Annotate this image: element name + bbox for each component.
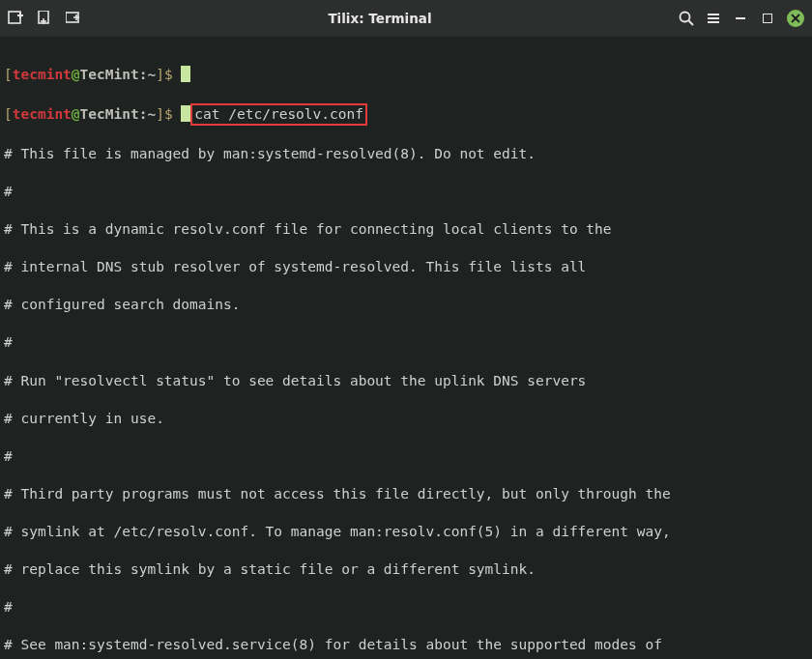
titlebar-right-icons	[679, 10, 804, 27]
search-icon[interactable]	[679, 11, 694, 26]
output-line: # internal DNS stub resolver of systemd-…	[4, 258, 808, 277]
output-line: #	[4, 447, 808, 467]
close-button[interactable]	[787, 10, 804, 27]
output-line: #	[4, 333, 808, 353]
prompt-path: :~	[139, 67, 156, 82]
output-line: # This file is managed by man:systemd-re…	[4, 145, 808, 164]
output-line: # replace this symlink by a static file …	[4, 560, 808, 580]
svg-rect-0	[9, 12, 20, 23]
output-line: #	[4, 183, 808, 202]
prompt-user: tecmint	[13, 67, 72, 82]
prompt-at: @	[72, 67, 80, 82]
prompt-line: [tecmint@TecMint:~]$ cat /etc/resolv.con…	[4, 103, 808, 127]
titlebar-left-icons	[8, 11, 81, 26]
titlebar: Tilix: Terminal	[0, 0, 812, 37]
bracket-open: [	[4, 67, 13, 82]
prompt-dollar: $	[164, 67, 173, 82]
hamburger-menu-icon[interactable]	[706, 11, 721, 26]
svg-line-10	[689, 21, 694, 26]
prompt-host: TecMint	[80, 67, 139, 82]
output-line: # configured search domains.	[4, 296, 808, 315]
maximize-button[interactable]	[760, 11, 775, 26]
prompt-line: [tecmint@TecMint:~]$	[4, 66, 808, 85]
new-session-icon[interactable]	[8, 11, 23, 26]
svg-point-9	[681, 13, 690, 22]
output-line: # This is a dynamic resolv.conf file for…	[4, 220, 808, 240]
output-line: # currently in use.	[4, 410, 808, 429]
add-pane-down-icon[interactable]	[37, 11, 52, 26]
output-line: # Run "resolvectl status" to see details…	[4, 372, 808, 391]
output-line: # See man:systemd-resolved.service(8) fo…	[4, 636, 808, 655]
output-line: #	[4, 598, 808, 617]
minimize-button[interactable]	[733, 11, 748, 26]
command-cat: cat /etc/resolv.conf	[190, 103, 367, 127]
output-line: # symlink at /etc/resolv.conf. To manage…	[4, 523, 808, 542]
window-title: Tilix: Terminal	[93, 10, 667, 27]
output-line: # Third party programs must not access t…	[4, 485, 808, 504]
cursor-icon	[181, 105, 190, 122]
cursor-icon	[181, 66, 190, 82]
bracket-close: ]	[156, 67, 164, 82]
add-pane-right-icon[interactable]	[66, 11, 81, 26]
terminal-output[interactable]: [tecmint@TecMint:~]$ [tecmint@TecMint:~]…	[0, 37, 812, 659]
